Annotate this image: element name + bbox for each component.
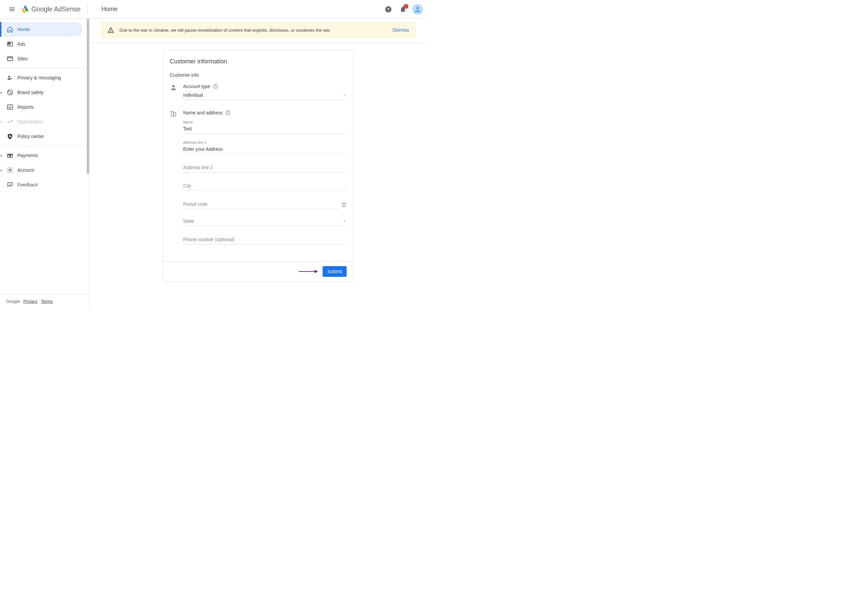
chevron-right-icon: ▸ <box>1 91 2 95</box>
chevron-right-icon: ▸ <box>1 154 2 157</box>
sidebar: Home Ads Sites Privacy & messaging ▸ <box>0 19 89 308</box>
sidebar-item-home[interactable]: Home <box>0 22 82 37</box>
svg-point-10 <box>8 76 10 77</box>
customer-info-card: Customer information Customer info Accou… <box>163 50 354 282</box>
sidebar-item-label: Optimization <box>17 119 43 124</box>
address1-input[interactable] <box>183 145 346 154</box>
sidebar-item-sites[interactable]: Sites <box>0 51 89 66</box>
page-title: Home <box>101 6 117 13</box>
svg-point-26 <box>110 31 111 32</box>
svg-point-11 <box>11 78 12 79</box>
policy-icon <box>7 133 13 140</box>
name-label: Name <box>183 120 346 124</box>
annotation-arrow <box>298 269 318 274</box>
block-icon <box>7 89 13 96</box>
name-address-label: Name and address <box>183 110 223 115</box>
adsense-logo[interactable]: Google AdSense <box>20 4 87 15</box>
sidebar-item-optimization[interactable]: ▸ Optimization <box>0 114 89 129</box>
chevron-right-icon: ▸ <box>1 120 2 124</box>
home-icon <box>7 26 13 33</box>
sites-icon <box>7 55 13 62</box>
sidebar-item-label: Brand safety <box>17 90 44 95</box>
trending-icon <box>7 118 13 125</box>
footer-privacy-link[interactable]: Privacy <box>23 299 38 304</box>
help-button[interactable]: ? <box>382 3 395 16</box>
svg-marker-45 <box>314 270 318 273</box>
sidebar-item-payments[interactable]: ▸ Payments <box>0 148 89 163</box>
account-type-label: Account type <box>183 84 210 89</box>
sidebar-item-label: Payments <box>17 153 38 158</box>
card-title: Customer information <box>170 58 346 65</box>
notification-banner: Due to the war in Ukraine, we will pause… <box>101 22 416 38</box>
warning-icon <box>107 27 114 34</box>
address2-input[interactable] <box>183 163 346 172</box>
user-avatar[interactable] <box>412 4 423 15</box>
svg-point-30 <box>215 85 215 86</box>
svg-rect-7 <box>8 43 10 44</box>
sidebar-item-label: Home <box>17 27 30 32</box>
payments-icon <box>7 152 13 159</box>
sidebar-item-label: Policy center <box>17 134 44 139</box>
sidebar-item-label: Reports <box>17 104 34 110</box>
card-footer: Submit <box>163 261 353 282</box>
sidebar-item-feedback[interactable]: Feedback <box>0 177 89 192</box>
notifications-button[interactable]: 1 <box>396 3 410 16</box>
svg-line-13 <box>8 91 12 94</box>
svg-point-27 <box>172 85 174 87</box>
avatar-icon <box>413 5 422 14</box>
sidebar-item-brand-safety[interactable]: ▸ Brand safety <box>0 85 89 100</box>
privacy-icon <box>7 75 13 81</box>
svg-rect-31 <box>171 111 174 116</box>
footer-google: Google <box>6 299 20 304</box>
info-icon[interactable] <box>341 202 346 207</box>
reports-icon <box>7 104 13 110</box>
sidebar-item-label: Privacy & messaging <box>17 75 61 80</box>
svg-point-20 <box>9 155 11 156</box>
svg-point-40 <box>228 112 228 112</box>
svg-point-5 <box>416 6 419 9</box>
gear-icon <box>7 167 13 174</box>
state-placeholder: State <box>183 218 194 224</box>
svg-point-22 <box>9 169 11 171</box>
sidebar-item-label: Ads <box>17 41 25 47</box>
submit-button[interactable]: Submit <box>323 266 346 277</box>
banner-text: Due to the war in Ukraine, we will pause… <box>119 28 330 33</box>
help-icon: ? <box>384 6 392 13</box>
dismiss-button[interactable]: Dismiss <box>393 27 409 33</box>
account-type-select[interactable]: Individual <box>183 92 346 100</box>
info-icon[interactable] <box>225 110 230 115</box>
sidebar-item-policy[interactable]: Policy center <box>0 129 89 144</box>
phone-input[interactable] <box>183 235 346 244</box>
sidebar-footer: Google Privacy Terms <box>0 294 89 308</box>
notification-badge: 1 <box>404 4 408 9</box>
sidebar-item-label: Feedback <box>17 182 38 188</box>
sidebar-item-label: Account <box>17 168 34 173</box>
adsense-logo-icon <box>20 5 29 14</box>
ads-icon <box>7 41 13 47</box>
info-icon[interactable] <box>213 84 218 89</box>
logo-text: Google AdSense <box>31 5 81 13</box>
sidebar-item-privacy[interactable]: Privacy & messaging <box>0 70 89 85</box>
header: Google AdSense Home ? 1 <box>0 0 427 19</box>
svg-rect-8 <box>8 57 13 61</box>
sidebar-item-reports[interactable]: Reports <box>0 100 89 114</box>
address1-label: Address line 1 <box>183 140 346 145</box>
svg-text:?: ? <box>387 7 390 12</box>
main-content: Due to the war in Ukraine, we will pause… <box>89 19 427 308</box>
account-type-value: Individual <box>183 92 203 98</box>
footer-terms-link[interactable]: Terms <box>41 299 53 304</box>
hamburger-menu[interactable] <box>4 2 20 17</box>
dropdown-icon <box>343 219 346 223</box>
state-select[interactable]: State <box>183 218 346 226</box>
sidebar-item-account[interactable]: ▸ Account <box>0 163 89 177</box>
card-subtitle: Customer info <box>170 72 346 78</box>
person-icon <box>170 84 177 91</box>
chevron-right-icon: ▸ <box>1 168 2 172</box>
city-input[interactable] <box>183 182 346 191</box>
name-input[interactable] <box>183 125 346 134</box>
feedback-icon <box>7 181 13 188</box>
hamburger-icon <box>8 6 16 13</box>
postal-code-input[interactable] <box>183 200 339 209</box>
building-icon <box>170 110 177 117</box>
sidebar-item-ads[interactable]: Ads <box>0 37 89 51</box>
